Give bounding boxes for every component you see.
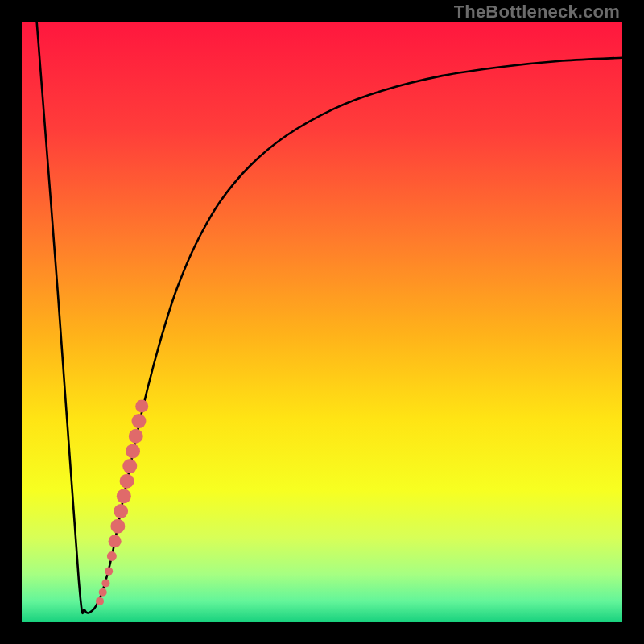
- chart-frame: TheBottleneck.com: [0, 0, 644, 644]
- marker-dot: [126, 444, 140, 458]
- plot-area: [22, 22, 622, 622]
- marker-dot: [107, 551, 117, 561]
- chart-svg: [22, 22, 622, 622]
- marker-dot: [96, 597, 104, 605]
- marker-dot: [117, 489, 131, 503]
- marker-dot: [131, 414, 146, 428]
- marker-dot: [114, 504, 128, 518]
- marker-dot: [110, 519, 125, 534]
- marker-dot: [101, 580, 109, 588]
- marker-dot: [105, 568, 113, 576]
- marker-dot: [99, 588, 107, 597]
- marker-dot: [135, 399, 148, 412]
- marker-dot: [120, 474, 134, 489]
- marker-dot: [129, 429, 143, 444]
- marker-dot: [109, 535, 122, 547]
- marker-dot: [122, 459, 137, 473]
- gradient-background: [22, 22, 622, 622]
- watermark-text: TheBottleneck.com: [454, 2, 620, 23]
